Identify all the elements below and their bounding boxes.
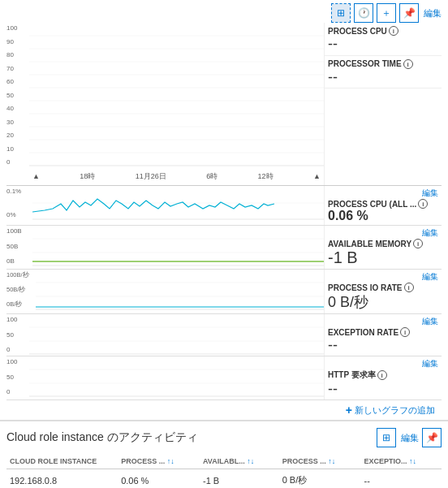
memory-value: -1 B — [328, 248, 438, 267]
http-row: 100 50 0 編集 HTTP 要求率 i -- — [6, 356, 442, 400]
memory-title: AVAILABLE MEMORY — [328, 240, 411, 248]
add-metric-button[interactable]: ＋ — [377, 3, 396, 23]
exception-value: -- — [328, 337, 438, 354]
col-memory-sort-icon: ↑↓ — [247, 457, 254, 465]
http-chart: 100 50 0 — [6, 356, 324, 397]
col-instance: CLOUD ROLE INSTANCE — [6, 454, 118, 469]
cpu-all-value: 0.06 % — [328, 209, 438, 223]
activity-table: CLOUD ROLE INSTANCE PROCESS ... ↑↓ AVAIL… — [6, 454, 442, 488]
col-cpu-sort-icon: ↑↓ — [167, 457, 174, 465]
process-cpu-value: -- — [328, 36, 438, 54]
memory-row: 100B 50B 0B 編集 AVAILABLE MEMORY i -1 B — [6, 226, 442, 270]
exception-svg — [29, 314, 324, 355]
memory-metric: 編集 AVAILABLE MEMORY i -1 B — [324, 226, 442, 269]
add-graph-button[interactable]: + 新しいグラフの追加 — [346, 404, 435, 417]
cpu-all-info-icon[interactable]: i — [418, 199, 428, 209]
http-info-icon[interactable]: i — [377, 370, 387, 380]
exception-info-icon[interactable]: i — [400, 327, 410, 337]
grid-view-button[interactable]: ⊞ — [331, 3, 351, 23]
io-rate-info-icon[interactable]: i — [404, 283, 414, 292]
cpu-all-metric: 編集 PROCESS CPU (ALL ... i 0.06 % — [324, 186, 442, 225]
cell-exception: -- — [360, 469, 442, 489]
charts-area: 100 90 80 70 60 50 40 30 20 10 0 — [0, 23, 448, 420]
http-edit[interactable]: 編集 — [328, 358, 438, 369]
table-row: 192.168.0.80.06 %-1 B0 B/秒-- — [6, 469, 442, 489]
process-cpu-info-icon[interactable]: i — [389, 26, 398, 36]
memory-chart: 100B 50B 0B — [6, 226, 324, 266]
bottom-pin-button[interactable]: 📌 — [422, 428, 442, 447]
io-rate-metric: 編集 PROCESS IO RATE i 0 B/秒 — [324, 270, 442, 313]
bottom-grid-button[interactable]: ⊞ — [377, 428, 396, 447]
table-header-row: CLOUD ROLE INSTANCE PROCESS ... ↑↓ AVAIL… — [6, 454, 442, 469]
col-memory[interactable]: AVAILABL... ↑↓ — [200, 454, 279, 469]
exception-edit[interactable]: 編集 — [328, 316, 438, 327]
memory-info-icon[interactable]: i — [413, 239, 423, 248]
io-rate-title: PROCESS IO RATE — [328, 283, 403, 292]
processor-time-metric: PROCESSOR TIME i -- — [325, 56, 442, 89]
bottom-title: Cloud role instance のアクティビティ — [6, 430, 198, 445]
side-metrics-top: PROCESS CPU i -- PROCESSOR TIME i -- — [324, 23, 442, 185]
col-io-sort-icon: ↑↓ — [328, 457, 335, 465]
col-exception[interactable]: EXCEPTIO... ↑↓ — [360, 454, 442, 469]
process-cpu-title: PROCESS CPU — [328, 27, 387, 36]
cell-io: 0 B/秒 — [279, 469, 361, 489]
memory-edit[interactable]: 編集 — [328, 227, 438, 239]
pin-button[interactable]: 📌 — [399, 3, 419, 23]
add-graph-label: 新しいグラフの追加 — [355, 404, 435, 417]
bottom-edit-link[interactable]: 編集 — [401, 432, 419, 444]
exception-metric: 編集 EXCEPTION RATE i -- — [324, 314, 442, 356]
processor-time-title: PROCESSOR TIME — [328, 59, 402, 68]
cpu-all-title: PROCESS CPU (ALL ... — [328, 200, 416, 209]
top-toolbar: ⊞ 🕐 ＋ 📌 編集 — [0, 0, 448, 23]
processor-time-info-icon[interactable]: i — [403, 59, 413, 69]
http-value: -- — [328, 381, 438, 398]
bottom-toolbar: ⊞ 編集 📌 — [377, 428, 442, 447]
time-button[interactable]: 🕐 — [354, 3, 373, 23]
big-chart-yaxis: 100 90 80 70 60 50 40 30 20 10 0 — [6, 23, 29, 167]
process-cpu-metric: PROCESS CPU i -- — [325, 23, 442, 56]
http-metric: 編集 HTTP 要求率 i -- — [324, 356, 442, 399]
col-io[interactable]: PROCESS ... ↑↓ — [279, 454, 361, 469]
http-svg — [29, 356, 324, 397]
http-title: HTTP 要求率 — [328, 369, 376, 381]
add-graph-row: + 新しいグラフの追加 — [6, 400, 442, 420]
cpu-all-row: 0.1% 0% 編集 PROCESS CPU (ALL ... i 0.06 % — [6, 186, 442, 226]
cpu-all-chart: 0.1% 0% — [6, 186, 324, 220]
cpu-all-svg — [32, 186, 324, 220]
cell-cpu: 0.06 % — [118, 469, 200, 489]
memory-svg — [32, 226, 324, 266]
exception-chart: 100 50 0 — [6, 314, 324, 355]
io-rate-svg — [36, 270, 324, 310]
io-rate-value: 0 B/秒 — [328, 292, 438, 312]
plus-icon: + — [346, 404, 352, 417]
cell-instance: 192.168.0.8 — [6, 469, 118, 489]
table-head: CLOUD ROLE INSTANCE PROCESS ... ↑↓ AVAIL… — [6, 454, 442, 469]
bottom-section: Cloud role instance のアクティビティ ⊞ 編集 📌 CLOU… — [0, 420, 448, 488]
processor-time-value: -- — [328, 69, 438, 87]
cell-memory: -1 B — [200, 469, 279, 489]
top-edit-link[interactable]: 編集 — [424, 7, 442, 19]
exception-title: EXCEPTION RATE — [328, 328, 398, 337]
io-rate-chart: 100B/秒 50B/秒 0B/秒 — [6, 270, 324, 310]
io-rate-edit[interactable]: 編集 — [328, 271, 438, 283]
big-chart-xaxis: ▲ 18時 11月26日 6時 12時 ▲ — [29, 167, 324, 185]
io-rate-row: 100B/秒 50B/秒 0B/秒 編集 PROCESS IO RATE i 0… — [6, 270, 442, 314]
table-body: 192.168.0.80.06 %-1 B0 B/秒-- — [6, 469, 442, 489]
exception-row: 100 50 0 編集 EXCEPTION RATE i -- — [6, 314, 442, 356]
cpu-all-edit[interactable]: 編集 — [328, 188, 438, 199]
col-exception-sort-icon: ↑↓ — [409, 457, 416, 465]
bottom-header: Cloud role instance のアクティビティ ⊞ 編集 📌 — [6, 428, 442, 447]
big-chart-svg — [29, 23, 324, 167]
col-cpu[interactable]: PROCESS ... ↑↓ — [118, 454, 200, 469]
